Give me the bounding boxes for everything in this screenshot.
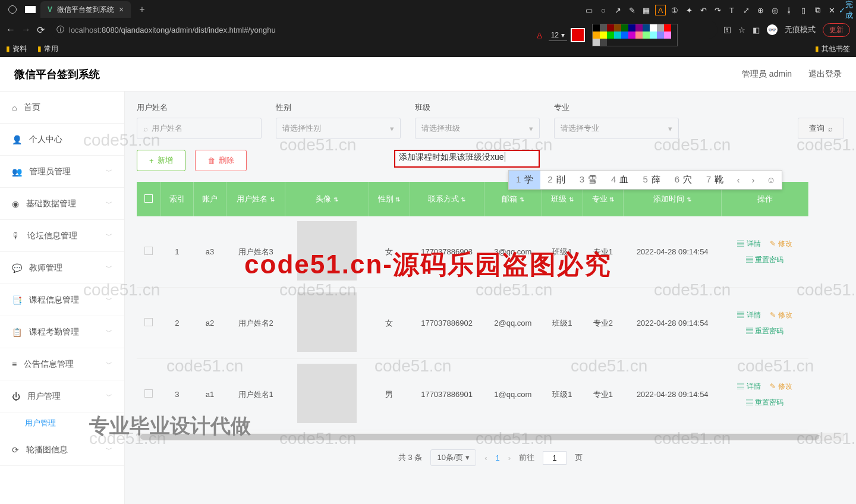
done-button[interactable]: ✓ 完成	[841, 5, 851, 15]
sidebar-item-4[interactable]: 🎙论坛信息管理﹀	[0, 220, 124, 252]
ocr-icon[interactable]: T	[726, 5, 737, 15]
update-button[interactable]: 更新	[823, 23, 850, 37]
bookmark-folder-a[interactable]: ▮资料	[6, 44, 27, 54]
new-tab-button[interactable]: +	[139, 4, 144, 15]
ime-next[interactable]: ›	[745, 171, 760, 188]
query-button[interactable]: 查询⌕	[798, 118, 844, 139]
current-color-swatch[interactable]	[571, 28, 585, 42]
pin-icon[interactable]: ⊕	[755, 5, 766, 15]
reset-pwd-button[interactable]: ▤ 重置密码	[742, 254, 787, 266]
expand-icon[interactable]: ⤢	[741, 5, 751, 15]
ime-candidate[interactable]: 4血	[604, 171, 635, 189]
sidebar-subitem[interactable]: 用户管理	[0, 412, 124, 434]
filter-sex-select[interactable]: 请选择性别▾	[276, 118, 401, 139]
incognito-icon: 👓	[767, 24, 778, 35]
detail-button[interactable]: ▤ 详情	[734, 238, 764, 250]
pager-pagesize-select[interactable]: 10条/页 ▾	[430, 449, 476, 466]
sidebar-item-9[interactable]: ⏻用户管理﹀	[0, 380, 124, 412]
font-size-select[interactable]: 12▾	[549, 30, 567, 41]
download-icon[interactable]: ⭳	[783, 5, 794, 15]
device-icon[interactable]: ▯	[798, 5, 808, 15]
browser-tab[interactable]: V 微信平台签到系统 ×	[40, 1, 131, 18]
number-tool-icon[interactable]: ①	[669, 5, 680, 15]
sidebar-label: 首页	[24, 102, 40, 113]
row-checkbox[interactable]	[144, 318, 153, 326]
admin-label[interactable]: 管理员 admin	[742, 69, 792, 80]
sidebar-item-5[interactable]: 💬教师管理﹀	[0, 252, 124, 284]
locate-icon[interactable]: ◎	[769, 5, 780, 15]
pager-prev[interactable]: ‹	[484, 453, 487, 462]
browser-menu-icon[interactable]	[8, 5, 17, 14]
color-palette[interactable]	[592, 24, 678, 46]
sidebar-item-7[interactable]: 📋课程考勤管理﹀	[0, 316, 124, 348]
add-button[interactable]: +新增	[137, 150, 185, 171]
ime-candidate-bar[interactable]: 1学2削3雪4血5薛6穴7靴‹›☺	[508, 170, 782, 190]
row-checkbox[interactable]	[144, 247, 153, 255]
annotation-textbox[interactable]: 添加课程时如果该班级没xue	[394, 150, 540, 168]
sidebar-item-2[interactable]: 👥管理员管理﹀	[0, 156, 124, 188]
ime-candidate[interactable]: 5薛	[635, 171, 667, 189]
key-icon[interactable]: ⚿	[723, 26, 731, 34]
ime-candidate[interactable]: 7靴	[699, 171, 731, 189]
ime-prev[interactable]: ‹	[731, 171, 745, 188]
forward-button[interactable]: →	[21, 24, 31, 35]
filter-class-select[interactable]: 请选择班级▾	[415, 118, 540, 139]
reset-pwd-button[interactable]: ▤ 重置密码	[742, 325, 787, 338]
pager-current[interactable]: 1	[495, 453, 499, 462]
text-tool-icon[interactable]: A	[655, 5, 666, 15]
close-tool-icon[interactable]: ✕	[826, 5, 837, 15]
cell-time: 2022-04-28 09:14:54	[624, 359, 722, 430]
cell-class: 班级1	[542, 359, 583, 430]
detail-button[interactable]: ▤ 详情	[734, 309, 764, 322]
sidebar-item-0[interactable]: ⌂首页	[0, 92, 124, 124]
sidebar-item-10[interactable]: ⟳轮播图信息﹀	[0, 434, 124, 466]
sidebar-item-1[interactable]: 👤个人中心	[0, 124, 124, 156]
panel-icon[interactable]: ◧	[753, 26, 760, 34]
back-button[interactable]: ←	[6, 24, 15, 35]
ime-candidate[interactable]: 3雪	[572, 171, 604, 189]
star-icon[interactable]: ☆	[738, 26, 745, 34]
bookmark-folder-b[interactable]: ▮常用	[37, 44, 58, 54]
bookmark-other[interactable]: ▮其他书签	[815, 44, 850, 54]
sidebar-icon: 🎙	[12, 231, 20, 241]
edit-button[interactable]: ✎ 修改	[766, 238, 795, 250]
filter-major-select[interactable]: 请选择专业▾	[554, 118, 679, 139]
ime-candidate[interactable]: 2削	[540, 171, 572, 189]
detail-button[interactable]: ▤ 详情	[734, 380, 764, 393]
sticker-tool-icon[interactable]: ✦	[684, 5, 694, 15]
undo-icon[interactable]: ↶	[698, 5, 709, 15]
copy-icon[interactable]: ⧉	[812, 5, 823, 15]
pager-next[interactable]: ›	[508, 453, 511, 462]
sidebar-label: 个人中心	[29, 134, 62, 145]
rect-tool-icon[interactable]: ▭	[584, 5, 594, 15]
sidebar-icon: ⏻	[12, 392, 20, 401]
checkbox-all[interactable]	[144, 194, 153, 203]
edit-button[interactable]: ✎ 修改	[766, 380, 795, 393]
sidebar-item-8[interactable]: ≡公告信息管理﹀	[0, 348, 124, 380]
reload-button[interactable]: ⟳	[37, 24, 45, 36]
reset-pwd-button[interactable]: ▤ 重置密码	[742, 396, 787, 409]
site-info-icon[interactable]: ⓘ	[56, 24, 64, 35]
pencil-tool-icon[interactable]: ✎	[627, 5, 637, 15]
sidebar-item-6[interactable]: 📑课程信息管理﹀	[0, 284, 124, 316]
table-header: 联系方式 ⇅	[410, 182, 484, 216]
pager-goto-input[interactable]	[543, 451, 567, 465]
circle-tool-icon[interactable]: ○	[598, 5, 609, 15]
logout-link[interactable]: 退出登录	[808, 69, 842, 80]
ime-candidate[interactable]: 6穴	[668, 171, 699, 189]
filter-name-input[interactable]: ⌕用户姓名	[137, 118, 262, 139]
user-table: 索引账户用户姓名 ⇅头像 ⇅性别 ⇅联系方式 ⇅邮箱 ⇅班级 ⇅专业 ⇅添加时间…	[137, 182, 808, 430]
line-tool-icon[interactable]: ↗	[612, 5, 623, 15]
font-a-icon[interactable]: A	[534, 30, 545, 40]
sidebar-item-3[interactable]: ◉基础数据管理﹀	[0, 188, 124, 220]
ime-smile-icon[interactable]: ☺	[760, 171, 781, 188]
delete-button[interactable]: 🗑删除	[195, 150, 247, 171]
mosaic-tool-icon[interactable]: ▦	[641, 5, 652, 15]
horizontal-scrollbar[interactable]	[137, 433, 844, 441]
edit-button[interactable]: ✎ 修改	[766, 309, 795, 322]
tab-close-icon[interactable]: ×	[119, 5, 124, 14]
ime-candidate[interactable]: 1学	[509, 171, 540, 189]
cell-major: 专业1	[583, 359, 624, 430]
redo-icon[interactable]: ↷	[712, 5, 723, 15]
row-checkbox[interactable]	[144, 389, 153, 398]
